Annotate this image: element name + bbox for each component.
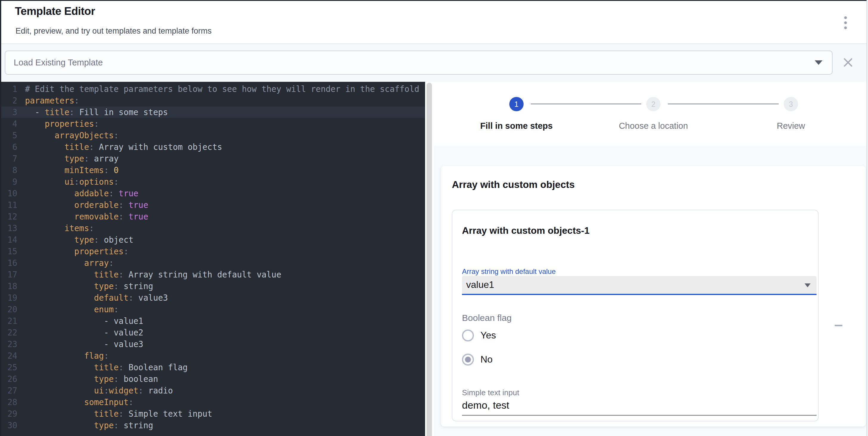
close-icon[interactable] [843, 57, 853, 68]
step-2-label[interactable]: Choose a location [591, 121, 716, 131]
form-zone: Array with custom objects Array with cus… [434, 146, 867, 436]
code-line-12[interactable]: 12 removable: true [0, 211, 425, 223]
line-number: 3 [0, 106, 17, 118]
more-options-icon[interactable] [837, 13, 854, 32]
template-editor-window: Template Editor Edit, preview, and try o… [0, 0, 868, 436]
code-line-8[interactable]: 8 minItems: 0 [0, 164, 425, 176]
line-number: 17 [0, 269, 17, 280]
array-string-select[interactable]: value1 [462, 276, 816, 295]
line-number: 19 [0, 292, 17, 304]
line-number: 7 [0, 153, 17, 164]
page-title: Template Editor [15, 5, 95, 18]
radio-option-no[interactable]: No [462, 353, 493, 366]
text-input-underline [462, 415, 816, 416]
line-number: 26 [0, 373, 17, 385]
radio-icon [462, 330, 474, 341]
code-line-7[interactable]: 7 type: array [0, 153, 425, 164]
code-line-28[interactable]: 28 someInput: [0, 397, 425, 408]
line-number: 30 [0, 420, 17, 431]
select-value: value1 [466, 276, 494, 293]
code-line-30[interactable]: 30 type: string [0, 420, 425, 431]
step-1-label[interactable]: Fill in some steps [454, 121, 579, 131]
line-number: 18 [0, 280, 17, 292]
header: Template Editor Edit, preview, and try o… [1, 1, 867, 43]
code-line-14[interactable]: 14 type: object [0, 234, 425, 246]
editor-scrollbar-track [425, 82, 434, 436]
line-number: 25 [0, 362, 17, 373]
code-line-4[interactable]: 4 properties: [0, 118, 425, 130]
text-field-label: Simple text input [462, 388, 519, 397]
window-left-edge [0, 0, 1, 436]
code-line-16[interactable]: 16 array: [0, 257, 425, 269]
line-number: 10 [0, 188, 17, 199]
code-line-6[interactable]: 6 title: Array with custom objects [0, 141, 425, 153]
code-line-2[interactable]: 2parameters: [0, 95, 425, 106]
line-number: 13 [0, 223, 17, 234]
step-2-circle[interactable]: 2 [646, 97, 660, 111]
editor-lines: 1# Edit the template parameters below to… [0, 83, 425, 431]
line-number: 14 [0, 234, 17, 246]
line-number: 11 [0, 199, 17, 211]
code-line-3[interactable]: 3 - title: Fill in some steps [0, 106, 425, 118]
select-field-label: Array string with default value [462, 267, 556, 276]
form-preview-panel: 1 2 3 Fill in some steps Choose a locati… [434, 82, 867, 436]
step-connector [531, 103, 641, 104]
code-line-19[interactable]: 19 default: value3 [0, 292, 425, 304]
section-title: Array with custom objects [452, 179, 575, 190]
step-connector [668, 103, 779, 104]
remove-array-item-button[interactable] [831, 318, 846, 333]
line-number: 27 [0, 385, 17, 397]
line-number: 5 [0, 130, 17, 141]
line-number: 23 [0, 338, 17, 350]
array-item-card: Array with custom objects-1 Array string… [452, 210, 818, 422]
step-3-number: 3 [789, 100, 793, 108]
window-top-edge [0, 0, 868, 1]
array-section-card: Array with custom objects Array with cus… [441, 166, 866, 427]
page-scrollbar-rail[interactable] [867, 0, 868, 436]
code-line-26[interactable]: 26 type: boolean [0, 373, 425, 385]
code-line-17[interactable]: 17 title: Array string with default valu… [0, 269, 425, 280]
line-number: 20 [0, 304, 17, 315]
code-line-10[interactable]: 10 addable: true [0, 188, 425, 199]
code-line-21[interactable]: 21 - value1 [0, 315, 425, 327]
line-number: 21 [0, 315, 17, 327]
line-number: 9 [0, 176, 17, 188]
simple-text-input[interactable]: demo, test [462, 399, 509, 411]
code-line-29[interactable]: 29 title: Simple text input [0, 408, 425, 420]
line-number: 29 [0, 408, 17, 420]
code-line-5[interactable]: 5 arrayObjects: [0, 130, 425, 141]
radio-icon-checked [462, 354, 474, 366]
code-line-15[interactable]: 15 properties: [0, 246, 425, 257]
stepper: 1 2 3 Fill in some steps Choose a locati… [434, 82, 867, 146]
code-line-25[interactable]: 25 title: Boolean flag [0, 362, 425, 373]
line-number: 2 [0, 95, 17, 106]
code-line-11[interactable]: 11 orderable: true [0, 199, 425, 211]
step-1-circle[interactable]: 1 [509, 97, 524, 111]
code-line-9[interactable]: 9 ui:options: [0, 176, 425, 188]
step-3-label[interactable]: Review [728, 121, 854, 131]
line-number: 1 [0, 83, 17, 95]
load-template-select[interactable]: Load Existing Template [5, 51, 833, 75]
code-line-1[interactable]: 1# Edit the template parameters below to… [0, 83, 425, 95]
step-3-circle[interactable]: 3 [784, 97, 798, 111]
code-line-18[interactable]: 18 type: string [0, 280, 425, 292]
radio-option-yes[interactable]: Yes [462, 329, 496, 341]
code-line-23[interactable]: 23 - value3 [0, 338, 425, 350]
code-line-27[interactable]: 27 ui:widget: radio [0, 385, 425, 397]
yaml-code-editor[interactable]: 1# Edit the template parameters below to… [0, 82, 425, 436]
code-line-24[interactable]: 24 flag: [0, 350, 425, 362]
line-number: 6 [0, 141, 17, 153]
radio-option-label: No [480, 354, 493, 365]
load-template-placeholder: Load Existing Template [14, 51, 103, 74]
code-line-13[interactable]: 13 items: [0, 223, 425, 234]
line-number: 24 [0, 350, 17, 362]
line-number: 16 [0, 257, 17, 269]
editor-scrollbar-thumb[interactable] [427, 83, 432, 436]
radio-group-label: Boolean flag [462, 313, 512, 323]
toolbar: Load Existing Template [1, 44, 867, 82]
code-line-22[interactable]: 22 - value2 [0, 327, 425, 338]
radio-option-label: Yes [480, 330, 496, 341]
code-line-20[interactable]: 20 enum: [0, 304, 425, 315]
line-number: 28 [0, 397, 17, 408]
caret-down-icon [815, 60, 823, 65]
